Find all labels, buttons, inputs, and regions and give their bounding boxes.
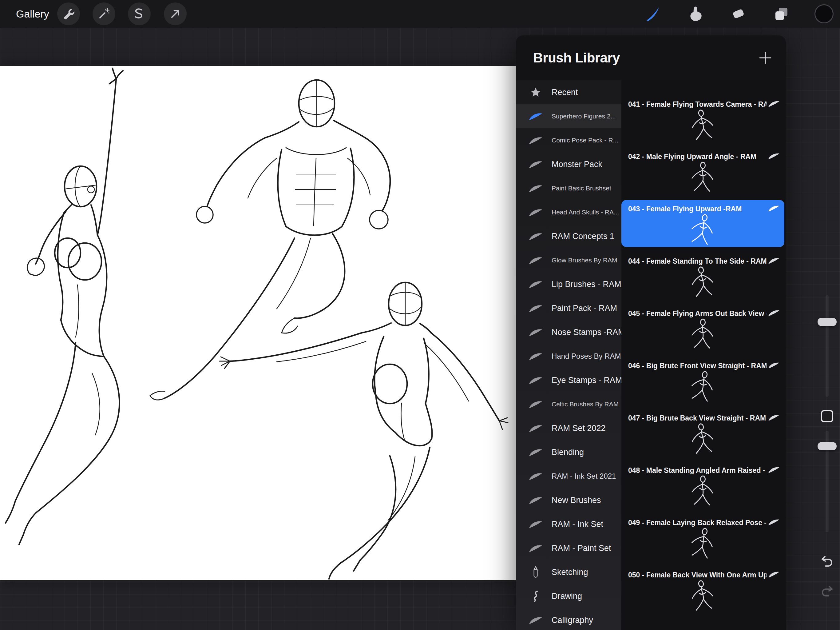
brush-stroke-icon <box>529 232 543 241</box>
brush-stroke-icon <box>529 472 543 481</box>
add-brush-set-button[interactable] <box>758 51 772 65</box>
artwork-canvas[interactable] <box>0 66 517 580</box>
sketch-pencil-icon <box>531 566 540 578</box>
pose-thumbnail <box>684 525 722 562</box>
brush-set-icon-wrap <box>527 352 543 361</box>
procreate-app: { "toolbar": { "gallery_label": "Gallery… <box>0 0 840 630</box>
brush-set-new-brushes[interactable]: New Brushes <box>516 488 621 512</box>
brush-set-ram-paint-set[interactable]: RAM - Paint Set <box>516 536 621 560</box>
brush-stroke-mark-icon <box>768 153 780 160</box>
brush-item-043[interactable]: 043 - Female Flying Upward -RAM <box>621 200 784 247</box>
paint-tool-button[interactable] <box>643 4 662 24</box>
brush-set-blending[interactable]: Blending <box>516 440 621 464</box>
brush-stroke-mark-icon <box>768 571 780 578</box>
brush-name: 046 - Big Brute Front View Straight - RA… <box>628 362 766 370</box>
brush-stroke-icon <box>529 136 543 144</box>
brush-item-047[interactable]: 047 - Big Brute Back View Straight - RAM <box>621 409 784 456</box>
brush-set-label: Recent <box>552 88 578 97</box>
eraser-icon <box>729 5 747 22</box>
adjustments-button[interactable] <box>93 2 115 25</box>
brush-set-icon-wrap <box>527 87 543 98</box>
brush-item-044[interactable]: 044 - Female Standing To The Side - RAM <box>621 252 784 299</box>
brush-set-ram-ink-set-2021[interactable]: RAM - Ink Set 2021 <box>516 464 621 488</box>
actions-button[interactable] <box>57 2 80 25</box>
brush-set-recent[interactable]: Recent <box>516 80 621 104</box>
brush-item-050[interactable]: 050 - Female Back View With One Arm Up -… <box>621 566 784 613</box>
ink-squiggle-icon <box>531 590 540 602</box>
opacity-handle[interactable] <box>818 442 837 450</box>
brush-set-ram-set-2022[interactable]: RAM Set 2022 <box>516 416 621 440</box>
brush-set-eye-stamps-ram[interactable]: Eye Stamps - RAM <box>516 368 621 392</box>
brush-library-panel: Brush Library RecentSuperhero Figures 2.… <box>516 35 786 630</box>
layers-tool-button[interactable] <box>771 4 791 24</box>
brush-set-comic-pose-pack-r[interactable]: Comic Pose Pack - R... <box>516 128 621 152</box>
brush-set-glow-brushes-by-ram[interactable]: Glow Brushes By RAM <box>516 248 621 272</box>
brush-set-label: Head And Skulls - RA... <box>552 209 619 216</box>
brush-set-drawing[interactable]: Drawing <box>516 584 621 608</box>
brush-set-nose-stamps-ram[interactable]: Nose Stamps -RAM <box>516 320 621 344</box>
brush-stroke-icon <box>529 448 543 456</box>
brush-set-celtic-brushes-by-ram[interactable]: Celtic Brushes By RAM <box>516 392 621 416</box>
transform-button[interactable] <box>164 2 186 25</box>
brush-set-superhero-figures-2[interactable]: Superhero Figures 2... <box>516 104 621 128</box>
pose-thumbnail <box>684 263 722 300</box>
brush-set-monster-pack[interactable]: Monster Pack <box>516 152 621 176</box>
brush-set-label: Lip Brushes - RAM <box>552 280 621 289</box>
brush-stroke-icon <box>529 328 543 337</box>
brush-set-ram-ink-set[interactable]: RAM - Ink Set <box>516 512 621 536</box>
brush-set-icon-wrap <box>527 160 543 169</box>
canvas-artwork <box>0 66 517 580</box>
redo-button[interactable] <box>820 584 834 598</box>
brush-item-046[interactable]: 046 - Big Brute Front View Straight - RA… <box>621 357 784 404</box>
brush-stroke-icon <box>529 544 543 552</box>
brush-set-icon-wrap <box>527 520 543 529</box>
brush-set-ram-concepts-1[interactable]: RAM Concepts 1 <box>516 224 621 248</box>
brush-size-slider[interactable] <box>826 295 829 397</box>
brush-size-handle[interactable] <box>818 318 837 326</box>
brush-stroke-icon <box>529 352 543 361</box>
brush-stroke-icon <box>529 496 543 505</box>
smudge-tool-button[interactable] <box>686 4 705 24</box>
brush-set-label: Comic Pose Pack - R... <box>552 136 618 144</box>
erase-tool-button[interactable] <box>728 4 748 24</box>
pose-thumbnail <box>684 577 722 614</box>
top-toolbar: Gallery <box>0 0 840 28</box>
brush-item-048[interactable]: 048 - Male Standing Angled Arm Raised - … <box>621 461 784 508</box>
brush-set-label: RAM - Ink Set 2021 <box>552 472 616 481</box>
brush-item-045[interactable]: 045 - Female Flying Arms Out Back View -… <box>621 304 784 351</box>
brush-name: 047 - Big Brute Back View Straight - RAM <box>628 414 766 423</box>
pose-thumbnail <box>686 475 720 507</box>
brush-set-hand-poses-by-ram[interactable]: Hand Poses By RAM <box>516 344 621 368</box>
brush-set-paint-pack-ram[interactable]: Paint Pack - RAM <box>516 296 621 320</box>
color-swatch-button[interactable] <box>815 4 834 24</box>
pose-thumbnail <box>684 211 722 248</box>
gallery-button[interactable]: Gallery <box>16 0 49 28</box>
panel-title: Brush Library <box>533 35 620 80</box>
brush-icon <box>644 5 661 22</box>
brush-set-sketching[interactable]: Sketching <box>516 560 621 584</box>
undo-button[interactable] <box>820 554 834 568</box>
brush-set-lip-brushes-ram[interactable]: Lip Brushes - RAM <box>516 272 621 296</box>
brush-item-041[interactable]: 041 - Female Flying Towards Camera - RAM <box>621 95 784 142</box>
brush-set-icon-wrap <box>527 448 543 456</box>
pose-thumbnail <box>686 318 720 350</box>
brush-set-icon-wrap <box>527 328 543 337</box>
brush-set-list: RecentSuperhero Figures 2...Comic Pose P… <box>516 80 621 630</box>
selection-button[interactable] <box>128 2 151 25</box>
brush-name: 042 - Male Flying Upward Angle - RAM <box>628 153 766 161</box>
brush-item-042[interactable]: 042 - Male Flying Upward Angle - RAM <box>621 148 784 195</box>
brush-stroke-icon <box>529 112 543 120</box>
brush-item-049[interactable]: 049 - Female Laying Back Relaxed Pose - … <box>621 514 784 561</box>
brush-stroke-mark-icon <box>768 519 780 526</box>
brush-set-label: RAM - Ink Set <box>552 519 603 529</box>
selection-s-icon <box>133 7 146 21</box>
redo-arrow-icon <box>820 584 834 598</box>
brush-name: 049 - Female Laying Back Relaxed Pose - … <box>628 519 766 527</box>
brush-library-header: Brush Library <box>516 35 786 80</box>
transform-arrow-icon <box>169 7 182 21</box>
brush-set-paint-basic-brushset[interactable]: Paint Basic Brushset <box>516 176 621 200</box>
brush-set-calligraphy[interactable]: Calligraphy <box>516 608 621 630</box>
brush-set-head-and-skulls-ra[interactable]: Head And Skulls - RA... <box>516 200 621 224</box>
brush-stroke-mark-icon <box>768 414 780 421</box>
modify-button[interactable] <box>821 410 833 423</box>
